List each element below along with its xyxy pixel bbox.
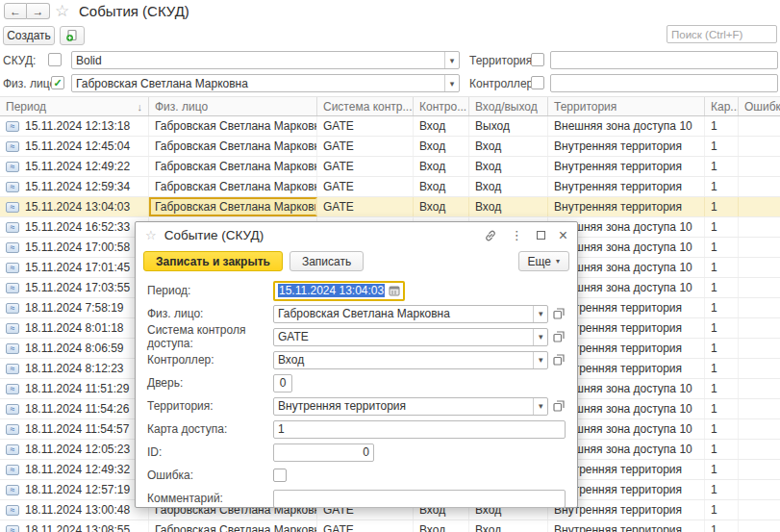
cell-period[interactable]: ≈18.11.2024 11:51:29 [0, 379, 149, 398]
cell-card[interactable]: 1 [705, 419, 739, 439]
column-header[interactable]: Территория [548, 97, 705, 115]
cell-controller[interactable]: Вход [414, 116, 469, 136]
cell-period[interactable]: ≈18.11.2024 8:01:18 [0, 318, 149, 338]
cell-card[interactable]: 1 [705, 339, 739, 358]
cell-error[interactable] [739, 480, 780, 499]
table-row[interactable]: ≈15.11.2024 12:49:22Габровская Светлана … [0, 157, 780, 177]
territory-filter-field[interactable] [550, 51, 778, 69]
cell-error[interactable] [739, 177, 780, 196]
open-item-icon[interactable] [551, 329, 566, 345]
cell-direction[interactable]: Вход [469, 157, 548, 176]
favorite-star-icon[interactable]: ☆ [55, 1, 69, 21]
period-field[interactable]: 15.11.2024 13:04:03 [273, 281, 405, 301]
cell-period[interactable]: ≈15.11.2024 12:49:22 [0, 157, 149, 176]
cell-error[interactable] [739, 339, 780, 358]
cell-period[interactable]: ≈15.11.2024 17:00:58 [0, 238, 149, 257]
kebab-menu-icon[interactable]: ⋮ [511, 228, 523, 242]
cell-person[interactable]: Габровская Светлана Марковна [149, 116, 317, 136]
maximize-icon[interactable] [537, 231, 545, 240]
cell-error[interactable] [739, 116, 780, 136]
cell-error[interactable] [739, 258, 780, 277]
save-button[interactable]: Записать [289, 251, 364, 271]
calendar-icon[interactable] [389, 285, 400, 296]
table-row[interactable]: ≈15.11.2024 12:59:34Габровская Светлана … [0, 177, 780, 197]
cell-card[interactable]: 1 [705, 460, 739, 479]
cell-system[interactable]: GATE [317, 137, 414, 156]
skud-filter-field[interactable]: Bolid ▾ [71, 51, 460, 69]
cell-controller[interactable]: Вход [414, 157, 469, 176]
cell-card[interactable]: 1 [705, 500, 739, 519]
cell-error[interactable] [739, 197, 780, 216]
create-by-copy-button[interactable] [60, 26, 85, 45]
cell-territory[interactable]: Внутренняя территория [548, 177, 705, 196]
column-header[interactable]: Физ. лицо [149, 97, 317, 115]
territory-field[interactable]: Внутренняя территория ▾ [273, 397, 548, 416]
cell-system[interactable]: GATE [317, 520, 414, 532]
cell-person[interactable]: Габровская Светлана Марковна [149, 137, 317, 156]
cell-controller[interactable]: Вход [414, 177, 469, 196]
cell-direction[interactable]: Вход [469, 520, 548, 532]
chevron-down-icon[interactable]: ▾ [533, 306, 547, 322]
cell-period[interactable]: ≈15.11.2024 17:01:45 [0, 258, 149, 277]
cell-error[interactable] [739, 238, 780, 257]
more-button[interactable]: Еще ▾ [518, 251, 569, 271]
cell-person[interactable]: Габровская Светлана Марковна [149, 197, 317, 216]
cell-person[interactable]: Габровская Светлана Марковна [149, 177, 317, 196]
cell-card[interactable]: 1 [705, 157, 739, 176]
cell-period[interactable]: ≈15.11.2024 16:52:33 [0, 217, 149, 237]
cell-error[interactable] [739, 379, 780, 398]
cell-card[interactable]: 1 [705, 238, 739, 257]
cell-territory[interactable]: Внешняя зона доступа 10 [548, 116, 705, 136]
cell-error[interactable] [739, 157, 780, 176]
cell-direction[interactable]: Вход [469, 197, 548, 216]
cell-controller[interactable]: Вход [414, 520, 469, 532]
cell-controller[interactable]: Вход [414, 197, 469, 216]
skud-filter-checkbox[interactable] [48, 53, 62, 66]
column-header[interactable]: Период↓ [0, 97, 149, 115]
favorite-star-icon[interactable]: ☆ [145, 228, 157, 242]
column-header[interactable]: Вход/выход [469, 97, 548, 115]
comment-field[interactable] [273, 490, 566, 508]
cell-territory[interactable]: Внутренняя территория [548, 520, 705, 532]
access-system-field[interactable]: GATE ▾ [273, 328, 548, 346]
cell-territory[interactable]: Внутренняя территория [548, 137, 705, 156]
cell-card[interactable]: 1 [705, 298, 739, 317]
cell-system[interactable]: GATE [317, 116, 414, 136]
search-input[interactable] [667, 25, 777, 43]
cell-card[interactable]: 1 [705, 137, 739, 156]
cell-error[interactable] [739, 137, 780, 156]
cell-error[interactable] [739, 520, 780, 532]
open-item-icon[interactable] [551, 398, 566, 415]
cell-error[interactable] [739, 399, 780, 418]
cell-card[interactable]: 1 [705, 197, 739, 216]
open-item-icon[interactable] [551, 306, 566, 322]
cell-person[interactable]: Габровская Светлана Марковна [149, 157, 317, 176]
cell-card[interactable]: 1 [705, 318, 739, 338]
cell-error[interactable] [739, 460, 780, 479]
cell-period[interactable]: ≈18.11.2024 8:12:23 [0, 359, 149, 378]
cell-card[interactable]: 1 [705, 520, 739, 532]
chevron-down-icon[interactable]: ▾ [533, 398, 547, 415]
cell-period[interactable]: ≈18.11.2024 8:06:59 [0, 339, 149, 358]
cell-system[interactable]: GATE [317, 197, 414, 216]
cell-period[interactable]: ≈18.11.2024 11:54:26 [0, 399, 149, 418]
cell-card[interactable]: 1 [705, 480, 739, 499]
cell-period[interactable]: ≈18.11.2024 13:08:55 [0, 520, 149, 532]
cell-error[interactable] [739, 217, 780, 237]
cell-card[interactable]: 1 [705, 278, 739, 297]
person-field[interactable]: Габровская Светлана Марковна ▾ [273, 305, 548, 323]
cell-period[interactable]: ≈15.11.2024 12:45:04 [0, 137, 149, 156]
column-header[interactable]: Система контр... [317, 97, 414, 115]
cell-error[interactable] [739, 278, 780, 297]
cell-system[interactable]: GATE [317, 157, 414, 176]
cell-card[interactable]: 1 [705, 379, 739, 398]
person-filter-checkbox[interactable]: ✓ [51, 76, 64, 89]
cell-period[interactable]: ≈18.11.2024 12:05:23 [0, 440, 149, 459]
cell-error[interactable] [739, 500, 780, 519]
dialog-title-bar[interactable]: ☆ Событие (СКУД) ⋮ × [136, 222, 577, 248]
cell-territory[interactable]: Внутренняя территория [548, 157, 705, 176]
open-item-icon[interactable] [551, 352, 566, 368]
cell-period[interactable]: ≈15.11.2024 13:04:03 [0, 197, 149, 216]
link-icon[interactable] [484, 229, 497, 242]
cell-period[interactable]: ≈18.11.2024 12:57:19 [0, 480, 149, 499]
